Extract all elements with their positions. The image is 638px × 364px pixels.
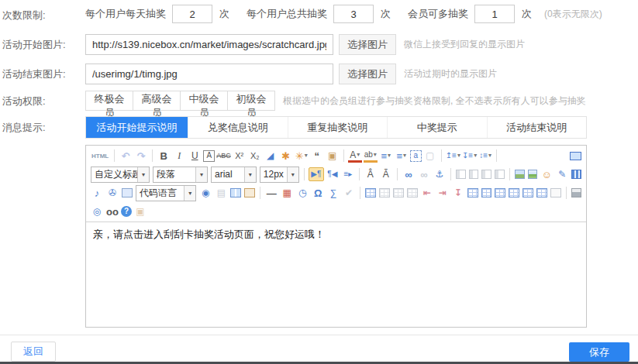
snapscreen-icon[interactable] <box>244 188 255 197</box>
image-align-left-icon[interactable] <box>456 170 466 179</box>
anchor-icon[interactable]: ⚓ <box>433 167 447 181</box>
tab-end-message[interactable]: 活动结束说明 <box>487 117 587 138</box>
table-style-6-icon[interactable] <box>536 188 547 197</box>
upload-image-icon[interactable] <box>528 170 538 179</box>
insert-col-left-icon[interactable]: ⇤ <box>420 186 434 200</box>
blank-doc-icon[interactable]: ▢ <box>423 149 437 163</box>
end-image-pick-button[interactable]: 选择图片 <box>339 64 396 84</box>
columns-icon[interactable] <box>230 188 241 197</box>
html-source-button[interactable]: HTML <box>89 153 111 160</box>
table-style-2-icon[interactable] <box>481 188 492 197</box>
bold-icon[interactable]: B <box>157 149 171 163</box>
group-button-middle[interactable]: 中级会员 <box>180 91 228 111</box>
formula-icon[interactable]: ∑ <box>326 186 340 200</box>
font-size-select[interactable]: 12px▾ <box>260 167 299 183</box>
to-lowercase-icon[interactable]: Ã <box>379 167 393 181</box>
editor-content-area[interactable]: 亲，请点击进入刮刮卡抽奖活动页面，祝您好运哦！ <box>86 221 586 327</box>
horizontal-rule-icon[interactable]: — <box>264 186 278 200</box>
save-button[interactable]: 保存 <box>569 342 629 362</box>
image-align-right-icon[interactable] <box>481 170 491 179</box>
font-border-icon[interactable]: A <box>203 150 215 162</box>
underline-icon[interactable]: U <box>188 149 202 163</box>
undo-icon[interactable]: ↶ <box>119 149 133 163</box>
insert-col-right-icon[interactable]: ⇥ <box>436 186 450 200</box>
indent-icon[interactable]: ≡▸ <box>341 167 355 181</box>
custom-style-select[interactable]: 自定义标题▾ <box>91 167 150 183</box>
spellcheck-icon[interactable]: ✔ <box>342 186 356 200</box>
insert-map-icon[interactable] <box>122 188 133 197</box>
image-align-center-icon[interactable] <box>469 170 479 179</box>
table-style-1-icon[interactable] <box>467 188 478 197</box>
table-title-icon[interactable] <box>393 188 404 197</box>
to-uppercase-icon[interactable]: Â <box>364 167 378 181</box>
end-image-input[interactable] <box>85 64 333 84</box>
table-style-5-icon[interactable] <box>522 188 533 197</box>
tab-redeem-message[interactable]: 兑奖信息说明 <box>188 117 288 138</box>
paragraph-space-top-icon[interactable]: ↥≡▾ <box>446 149 460 163</box>
subscript-icon[interactable]: X₂ <box>248 149 262 163</box>
link-icon[interactable]: ∞ <box>402 167 416 181</box>
preview-icon[interactable]: ◎ <box>90 204 104 218</box>
ordered-list-icon[interactable]: ≡▾ <box>379 149 393 163</box>
rtl-icon[interactable]: ¶◀ <box>326 167 340 181</box>
per-day-label: 每个用户每天抽奖 <box>85 7 166 21</box>
insert-time-icon[interactable]: ◷ <box>295 186 309 200</box>
paragraph-format-select[interactable]: 段落▾ <box>153 167 208 183</box>
paste-word-icon[interactable]: ▣ <box>326 149 340 163</box>
doc-page-icon[interactable] <box>550 188 561 197</box>
per-day-input[interactable] <box>172 5 212 23</box>
redo-icon[interactable]: ↷ <box>134 149 148 163</box>
split-cell-icon[interactable]: ↧ <box>451 186 465 200</box>
back-button[interactable]: 返回 <box>11 342 56 362</box>
insert-table-icon[interactable] <box>365 188 376 197</box>
font-family-select[interactable]: arial▾ <box>211 167 257 183</box>
italic-icon[interactable]: I <box>172 149 186 163</box>
member-extra-input[interactable] <box>474 5 515 23</box>
autotypeset-icon[interactable]: ✳▾ <box>295 149 309 163</box>
total-input[interactable] <box>333 5 374 23</box>
superscript-icon[interactable]: X² <box>233 149 247 163</box>
unordered-list-icon[interactable]: ≡▾ <box>395 149 409 163</box>
scrawl-icon[interactable]: ✎ <box>555 167 569 181</box>
line-spacing-icon[interactable]: ↕≡▾ <box>478 149 492 163</box>
strikethrough-icon[interactable]: ABC <box>216 149 231 163</box>
search-replace-icon[interactable]: oo <box>105 204 119 218</box>
highlight-color-icon[interactable]: ab▾ <box>364 149 378 163</box>
paragraph-space-bottom-icon[interactable]: ↧≡▾ <box>462 149 477 163</box>
ltr-icon[interactable]: ▶¶ <box>309 167 324 181</box>
image-align-none-icon[interactable] <box>495 170 505 179</box>
table-style-3-icon[interactable] <box>495 188 505 197</box>
group-button-junior[interactable]: 初级会员 <box>227 91 275 111</box>
tab-start-message[interactable]: 活动开始提示说明 <box>86 117 188 138</box>
font-size-select-value: 12px <box>260 169 287 180</box>
insert-image-icon[interactable] <box>515 170 525 179</box>
anchor-label-icon[interactable]: a <box>410 150 422 162</box>
font-color-icon[interactable]: A▾ <box>348 149 362 163</box>
table-style-4-icon[interactable] <box>509 188 519 197</box>
help-icon[interactable]: ? <box>121 206 132 217</box>
insert-code-icon[interactable]: ◉ <box>198 186 212 200</box>
unlink-icon[interactable]: ∞ <box>417 167 431 181</box>
insert-date-icon[interactable]: ▦ <box>280 186 294 200</box>
tab-repeat-message[interactable]: 重复抽奖说明 <box>288 117 388 138</box>
drafts-icon[interactable]: ▣ <box>133 204 147 218</box>
screen-monitor-icon[interactable] <box>570 152 581 160</box>
group-button-ultimate[interactable]: 终极会员 <box>85 91 133 111</box>
paragraph-snippet-icon[interactable]: ▤ <box>214 186 228 200</box>
tab-win-message[interactable]: 中奖提示 <box>387 117 487 138</box>
group-button-senior[interactable]: 高级会员 <box>133 91 181 111</box>
code-language-select[interactable]: 代码语言▾ <box>136 185 196 201</box>
start-image-pick-button[interactable]: 选择图片 <box>339 34 396 55</box>
special-chars-icon[interactable]: Ω <box>311 186 325 200</box>
emotion-icon[interactable]: ☺ <box>540 167 554 181</box>
delete-table-icon[interactable] <box>379 188 390 197</box>
format-eraser-icon[interactable]: ◢ <box>264 149 278 163</box>
insert-video-icon[interactable] <box>571 170 581 179</box>
print-icon[interactable] <box>571 188 581 197</box>
start-image-input[interactable] <box>85 34 333 55</box>
music-icon[interactable]: ♪ <box>90 186 104 200</box>
insert-row-icon[interactable] <box>407 188 418 197</box>
attachment-icon[interactable]: ✇ <box>105 186 119 200</box>
clear-doc-icon[interactable]: ✱ <box>279 149 293 163</box>
blockquote-icon[interactable]: “ <box>310 149 324 163</box>
